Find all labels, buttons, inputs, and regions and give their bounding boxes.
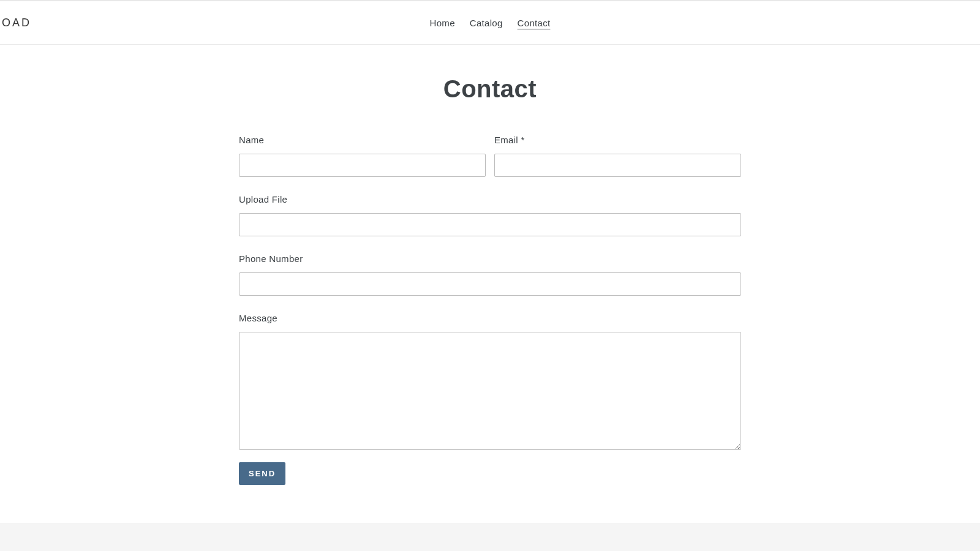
site-header: LOAD Home Catalog Contact [0,1,980,45]
name-label: Name [239,135,486,145]
upload-input[interactable] [239,213,741,236]
primary-nav: Home Catalog Contact [430,18,551,28]
nav-home[interactable]: Home [430,18,455,28]
field-email: Email * [494,135,741,177]
site-brand[interactable]: LOAD [0,17,31,29]
field-name: Name [239,135,486,177]
footer-strip [0,523,980,551]
email-label: Email * [494,135,741,145]
message-input[interactable] [239,332,741,450]
field-upload: Upload File [239,194,741,236]
page-title: Contact [0,75,980,103]
upload-label: Upload File [239,194,741,204]
nav-contact[interactable]: Contact [518,18,551,28]
phone-label: Phone Number [239,253,741,264]
field-phone: Phone Number [239,253,741,296]
email-input[interactable] [494,154,741,177]
nav-catalog[interactable]: Catalog [470,18,503,28]
field-message: Message [239,313,741,450]
contact-form: Name Email * Upload File Phone Number Me… [239,135,741,485]
message-label: Message [239,313,741,323]
phone-input[interactable] [239,272,741,296]
send-button[interactable]: SEND [239,462,285,485]
name-input[interactable] [239,154,486,177]
